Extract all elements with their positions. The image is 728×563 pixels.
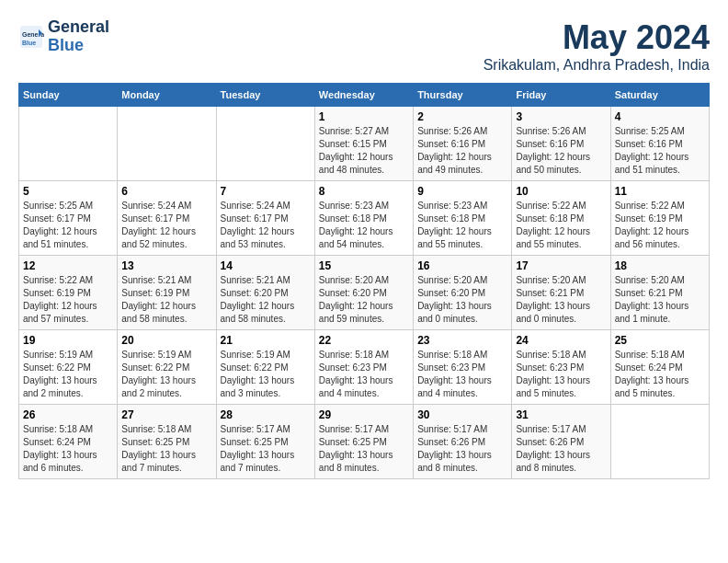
week-row-2: 12Sunrise: 5:22 AM Sunset: 6:19 PM Dayli…: [19, 256, 710, 330]
day-number: 1: [319, 110, 409, 123]
cell-info: Sunrise: 5:18 AM Sunset: 6:23 PM Dayligh…: [319, 349, 409, 400]
day-number: 8: [319, 185, 409, 198]
day-number: 30: [417, 408, 507, 421]
col-header-saturday: Saturday: [610, 84, 709, 107]
week-row-4: 26Sunrise: 5:18 AM Sunset: 6:24 PM Dayli…: [19, 405, 710, 479]
cell-info: Sunrise: 5:20 AM Sunset: 6:20 PM Dayligh…: [417, 274, 507, 326]
cell-info: Sunrise: 5:17 AM Sunset: 6:26 PM Dayligh…: [516, 423, 606, 475]
day-number: 26: [23, 408, 113, 421]
cell-info: Sunrise: 5:25 AM Sunset: 6:17 PM Dayligh…: [23, 200, 113, 251]
calendar-cell: 26Sunrise: 5:18 AM Sunset: 6:24 PM Dayli…: [19, 405, 118, 479]
cell-info: Sunrise: 5:25 AM Sunset: 6:16 PM Dayligh…: [615, 125, 705, 177]
calendar-cell: 7Sunrise: 5:24 AM Sunset: 6:17 PM Daylig…: [216, 181, 314, 256]
day-number: 15: [319, 259, 409, 272]
calendar-cell: [610, 405, 709, 479]
day-number: 28: [221, 408, 311, 421]
day-number: 13: [121, 259, 211, 272]
calendar-cell: 18Sunrise: 5:20 AM Sunset: 6:21 PM Dayli…: [610, 256, 709, 330]
cell-info: Sunrise: 5:17 AM Sunset: 6:25 PM Dayligh…: [221, 423, 311, 475]
logo-text-general: General: [48, 18, 109, 37]
calendar-cell: 11Sunrise: 5:22 AM Sunset: 6:19 PM Dayli…: [610, 181, 709, 256]
day-number: 18: [615, 259, 705, 272]
cell-info: Sunrise: 5:22 AM Sunset: 6:19 PM Dayligh…: [23, 274, 113, 326]
calendar-cell: 1Sunrise: 5:27 AM Sunset: 6:15 PM Daylig…: [314, 107, 413, 181]
day-number: 3: [516, 110, 606, 123]
cell-info: Sunrise: 5:21 AM Sunset: 6:19 PM Dayligh…: [121, 274, 211, 326]
cell-info: Sunrise: 5:19 AM Sunset: 6:22 PM Dayligh…: [221, 349, 311, 400]
cell-info: Sunrise: 5:21 AM Sunset: 6:20 PM Dayligh…: [221, 274, 311, 326]
calendar-cell: 28Sunrise: 5:17 AM Sunset: 6:25 PM Dayli…: [216, 405, 314, 479]
day-number: 14: [221, 259, 311, 272]
calendar-cell: 21Sunrise: 5:19 AM Sunset: 6:22 PM Dayli…: [216, 330, 314, 405]
calendar-cell: 5Sunrise: 5:25 AM Sunset: 6:17 PM Daylig…: [19, 181, 118, 256]
day-number: 7: [221, 185, 311, 198]
cell-info: Sunrise: 5:19 AM Sunset: 6:22 PM Dayligh…: [121, 349, 211, 400]
calendar-cell: [216, 107, 314, 181]
day-number: 31: [516, 408, 606, 421]
cell-info: Sunrise: 5:27 AM Sunset: 6:15 PM Dayligh…: [319, 125, 409, 177]
calendar-cell: 9Sunrise: 5:23 AM Sunset: 6:18 PM Daylig…: [414, 181, 512, 256]
day-number: 12: [23, 259, 113, 272]
cell-info: Sunrise: 5:22 AM Sunset: 6:18 PM Dayligh…: [516, 200, 606, 251]
calendar-cell: 20Sunrise: 5:19 AM Sunset: 6:22 PM Dayli…: [118, 330, 216, 405]
col-header-tuesday: Tuesday: [216, 84, 314, 107]
day-number: 20: [121, 334, 211, 347]
cell-info: Sunrise: 5:24 AM Sunset: 6:17 PM Dayligh…: [121, 200, 211, 251]
day-number: 5: [23, 185, 113, 198]
day-number: 29: [319, 408, 409, 421]
calendar-cell: [19, 107, 118, 181]
calendar-cell: 8Sunrise: 5:23 AM Sunset: 6:18 PM Daylig…: [314, 181, 413, 256]
calendar-cell: 17Sunrise: 5:20 AM Sunset: 6:21 PM Dayli…: [512, 256, 610, 330]
week-row-3: 19Sunrise: 5:19 AM Sunset: 6:22 PM Dayli…: [19, 330, 710, 405]
calendar-cell: 22Sunrise: 5:18 AM Sunset: 6:23 PM Dayli…: [314, 330, 413, 405]
cell-info: Sunrise: 5:18 AM Sunset: 6:24 PM Dayligh…: [23, 423, 113, 475]
week-row-1: 5Sunrise: 5:25 AM Sunset: 6:17 PM Daylig…: [19, 181, 710, 256]
calendar-cell: 30Sunrise: 5:17 AM Sunset: 6:26 PM Dayli…: [414, 405, 512, 479]
day-number: 27: [121, 408, 211, 421]
calendar-cell: 13Sunrise: 5:21 AM Sunset: 6:19 PM Dayli…: [118, 256, 216, 330]
cell-info: Sunrise: 5:23 AM Sunset: 6:18 PM Dayligh…: [417, 200, 507, 251]
svg-text:Blue: Blue: [22, 40, 36, 46]
calendar-cell: 31Sunrise: 5:17 AM Sunset: 6:26 PM Dayli…: [512, 405, 610, 479]
cell-info: Sunrise: 5:18 AM Sunset: 6:24 PM Dayligh…: [615, 349, 705, 400]
calendar-cell: 29Sunrise: 5:17 AM Sunset: 6:25 PM Dayli…: [314, 405, 413, 479]
cell-info: Sunrise: 5:19 AM Sunset: 6:22 PM Dayligh…: [23, 349, 113, 400]
day-number: 19: [23, 334, 113, 347]
cell-info: Sunrise: 5:26 AM Sunset: 6:16 PM Dayligh…: [417, 125, 507, 177]
day-number: 21: [221, 334, 311, 347]
day-number: 25: [615, 334, 705, 347]
day-number: 16: [417, 259, 507, 272]
calendar-table: SundayMondayTuesdayWednesdayThursdayFrid…: [18, 83, 710, 479]
day-number: 11: [615, 185, 705, 198]
day-number: 9: [417, 185, 507, 198]
location-subtitle: Srikakulam, Andhra Pradesh, India: [483, 57, 710, 74]
cell-info: Sunrise: 5:18 AM Sunset: 6:25 PM Dayligh…: [121, 423, 211, 475]
day-number: 6: [121, 185, 211, 198]
logo: General Blue General Blue: [18, 18, 109, 55]
logo-icon: General Blue: [18, 24, 44, 50]
col-header-friday: Friday: [512, 84, 610, 107]
calendar-cell: 10Sunrise: 5:22 AM Sunset: 6:18 PM Dayli…: [512, 181, 610, 256]
calendar-cell: 4Sunrise: 5:25 AM Sunset: 6:16 PM Daylig…: [610, 107, 709, 181]
col-header-sunday: Sunday: [19, 84, 118, 107]
logo-text-blue: Blue: [48, 37, 109, 55]
cell-info: Sunrise: 5:22 AM Sunset: 6:19 PM Dayligh…: [615, 200, 705, 251]
page-header: General Blue General Blue May 2024 Srika…: [18, 18, 710, 74]
cell-info: Sunrise: 5:23 AM Sunset: 6:18 PM Dayligh…: [319, 200, 409, 251]
day-number: 4: [615, 110, 705, 123]
calendar-cell: 3Sunrise: 5:26 AM Sunset: 6:16 PM Daylig…: [512, 107, 610, 181]
col-header-thursday: Thursday: [414, 84, 512, 107]
calendar-header-row: SundayMondayTuesdayWednesdayThursdayFrid…: [19, 84, 710, 107]
cell-info: Sunrise: 5:20 AM Sunset: 6:20 PM Dayligh…: [319, 274, 409, 326]
day-number: 23: [417, 334, 507, 347]
calendar-cell: 15Sunrise: 5:20 AM Sunset: 6:20 PM Dayli…: [314, 256, 413, 330]
calendar-cell: 6Sunrise: 5:24 AM Sunset: 6:17 PM Daylig…: [118, 181, 216, 256]
calendar-cell: 2Sunrise: 5:26 AM Sunset: 6:16 PM Daylig…: [414, 107, 512, 181]
cell-info: Sunrise: 5:20 AM Sunset: 6:21 PM Dayligh…: [615, 274, 705, 326]
calendar-cell: 14Sunrise: 5:21 AM Sunset: 6:20 PM Dayli…: [216, 256, 314, 330]
title-block: May 2024 Srikakulam, Andhra Pradesh, Ind…: [483, 18, 710, 74]
calendar-cell: 16Sunrise: 5:20 AM Sunset: 6:20 PM Dayli…: [414, 256, 512, 330]
calendar-cell: 24Sunrise: 5:18 AM Sunset: 6:23 PM Dayli…: [512, 330, 610, 405]
calendar-cell: 27Sunrise: 5:18 AM Sunset: 6:25 PM Dayli…: [118, 405, 216, 479]
day-number: 17: [516, 259, 606, 272]
